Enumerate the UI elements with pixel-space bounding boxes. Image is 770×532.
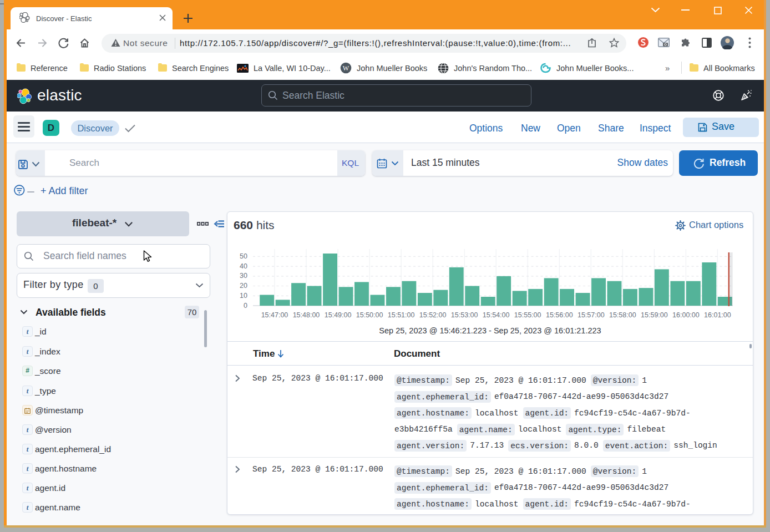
svg-text:W: W [343, 64, 349, 72]
